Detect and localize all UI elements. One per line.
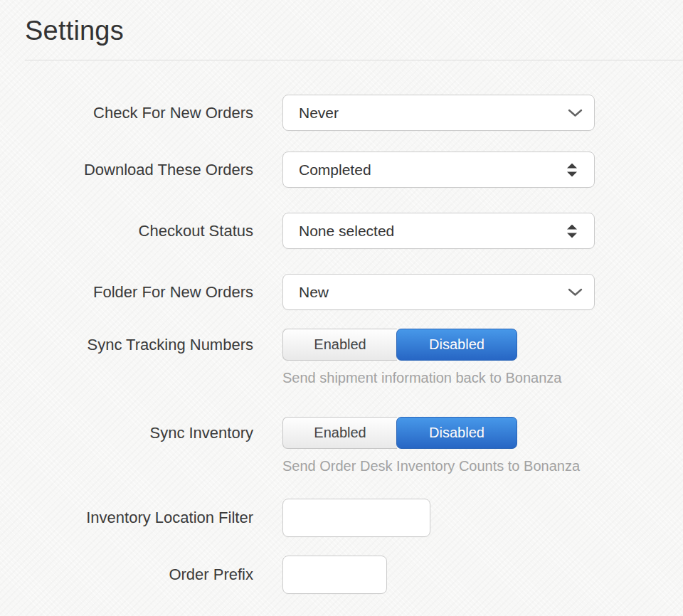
sort-arrows-icon <box>566 224 578 238</box>
folder-for-new-orders-select[interactable]: New <box>282 274 595 310</box>
form-row-sync-tracking-numbers: Sync Tracking Numbers Enabled Disabled S… <box>25 329 683 386</box>
sync-inventory-toggle-group: Enabled Disabled <box>282 417 580 449</box>
toggle-cell: Enabled Disabled Send shipment informati… <box>282 329 561 386</box>
selected-value: Completed <box>299 161 561 179</box>
sort-arrows-icon <box>566 163 578 176</box>
field-label: Checkout Status <box>25 222 253 240</box>
checkout-status-multiselect[interactable]: None selected <box>282 213 595 249</box>
order-prefix-input[interactable] <box>282 556 387 594</box>
inventory-location-filter-input[interactable] <box>282 499 430 537</box>
download-these-orders-multiselect[interactable]: Completed <box>282 152 595 188</box>
field-label: Inventory Location Filter <box>25 509 253 527</box>
sync-inventory-disabled-button[interactable]: Disabled <box>396 417 517 449</box>
form-row-check-for-new-orders: Check For New Orders Never <box>25 95 683 131</box>
check-for-new-orders-select[interactable]: Never <box>282 95 595 131</box>
field-label: Sync Tracking Numbers <box>25 329 253 361</box>
form-row-folder-for-new-orders: Folder For New Orders New <box>25 274 683 310</box>
chevron-down-icon <box>568 288 583 297</box>
form-row-sync-inventory: Sync Inventory Enabled Disabled Send Ord… <box>25 417 683 474</box>
form-row-inventory-location-filter: Inventory Location Filter <box>25 499 683 537</box>
form-row-checkout-status: Checkout Status None selected <box>25 213 683 249</box>
help-text: Send shipment information back to Bonanz… <box>282 370 561 386</box>
sync-tracking-disabled-button[interactable]: Disabled <box>396 329 517 361</box>
header-divider <box>25 60 683 60</box>
help-text: Send Order Desk Inventory Counts to Bona… <box>282 458 580 474</box>
field-label: Sync Inventory <box>25 417 253 449</box>
field-label: Order Prefix <box>25 565 253 584</box>
sync-tracking-enabled-button[interactable]: Enabled <box>282 329 397 361</box>
selected-value: Never <box>299 105 561 122</box>
selected-value: None selected <box>299 223 561 240</box>
page-title: Settings <box>25 0 683 46</box>
sync-tracking-toggle-group: Enabled Disabled <box>282 329 561 361</box>
field-label: Download These Orders <box>25 161 253 179</box>
form-row-order-prefix: Order Prefix <box>25 556 683 594</box>
field-label: Folder For New Orders <box>25 283 253 302</box>
settings-page: Settings Check For New Orders Never Down… <box>0 0 683 594</box>
form-row-download-these-orders: Download These Orders Completed <box>25 152 683 188</box>
field-label: Check For New Orders <box>25 104 253 122</box>
selected-value: New <box>299 284 561 301</box>
sync-inventory-enabled-button[interactable]: Enabled <box>282 417 397 449</box>
chevron-down-icon <box>568 109 583 117</box>
toggle-cell: Enabled Disabled Send Order Desk Invento… <box>282 417 580 474</box>
